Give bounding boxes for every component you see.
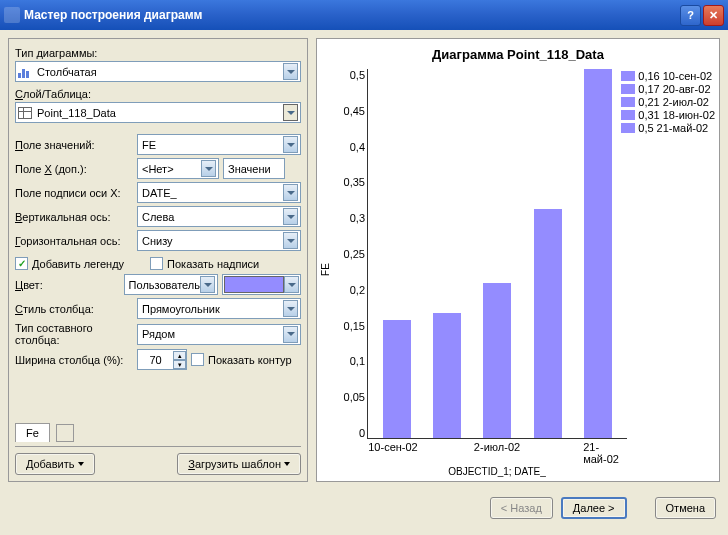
chevron-down-icon — [284, 276, 299, 293]
chart-y-axis: 0,50,450,40,350,30,250,20,150,10,050 — [337, 69, 365, 439]
series-tab[interactable]: Fe — [15, 423, 50, 442]
chevron-down-icon — [283, 104, 298, 121]
chevron-down-icon — [283, 208, 298, 225]
chart-preview: Диаграмма Point_118_Data FE 0,50,450,40,… — [316, 38, 720, 482]
chart-type-combo[interactable]: Столбчатая — [15, 61, 301, 82]
show-outline-checkbox[interactable] — [191, 353, 204, 366]
cancel-button[interactable]: Отмена — [655, 497, 716, 519]
stack-combo[interactable]: Рядом — [137, 324, 301, 345]
xfield-combo[interactable]: <Нет> — [137, 158, 219, 179]
show-outline-label: Показать контур — [208, 354, 292, 366]
left-panel: Тип диаграммы: Столбчатая ССлой/Таблица:… — [8, 38, 308, 482]
chart-bar — [584, 69, 612, 438]
chevron-down-icon — [283, 326, 298, 343]
add-legend-label: Добавить легенду — [32, 258, 124, 270]
chart-bar — [383, 320, 411, 438]
xlabel-field-combo[interactable]: DATE_ — [137, 182, 301, 203]
series-tab-spacer — [56, 424, 74, 442]
add-legend-checkbox[interactable] — [15, 257, 28, 270]
chevron-down-icon — [283, 232, 298, 249]
bar-style-combo[interactable]: Прямоугольник — [137, 298, 301, 319]
table-icon — [18, 107, 32, 119]
color-mode-combo[interactable]: Пользователь — [124, 274, 218, 295]
chart-xlabel: OBJECTID_1; DATE_ — [367, 466, 627, 477]
add-button[interactable]: Добавить — [15, 453, 95, 475]
chart-x-axis: 10-сен-022-июл-0221-май-02 — [367, 441, 627, 459]
close-button[interactable]: ✕ — [703, 5, 724, 26]
color-swatch — [224, 276, 284, 293]
chevron-down-icon — [200, 276, 215, 293]
window-title: Мастер построения диаграмм — [24, 8, 678, 22]
chart-bar — [534, 209, 562, 438]
chart-legend: 0,16 10-сен-020,17 20-авг-020,21 2-июл-0… — [621, 69, 715, 135]
show-labels-checkbox[interactable] — [150, 257, 163, 270]
chart-bar — [483, 283, 511, 438]
app-icon — [4, 7, 20, 23]
show-labels-label: Показать надписи — [167, 258, 259, 270]
back-button[interactable]: < Назад — [490, 497, 553, 519]
chevron-down-icon — [283, 300, 298, 317]
vaxis-combo[interactable]: Слева — [137, 206, 301, 227]
chart-title: Диаграмма Point_118_Data — [317, 47, 719, 62]
chevron-down-icon — [283, 63, 298, 80]
value-field-combo[interactable]: FE — [137, 134, 301, 155]
chevron-down-icon — [201, 160, 216, 177]
chart-ylabel: FE — [320, 263, 331, 276]
width-spinner[interactable]: 70▴▾ — [137, 349, 187, 370]
titlebar: Мастер построения диаграмм ? ✕ — [0, 0, 728, 30]
layer-combo[interactable]: Point_118_Data — [15, 102, 301, 123]
xfield-extra-combo[interactable]: Значени — [223, 158, 285, 179]
chart-plot — [367, 69, 627, 439]
color-picker[interactable] — [222, 274, 301, 295]
next-button[interactable]: Далее > — [561, 497, 627, 519]
wizard-footer: < Назад Далее > Отмена — [0, 490, 728, 526]
layer-value: Point_118_Data — [35, 107, 283, 119]
chart-type-label: Тип диаграммы: — [15, 47, 301, 59]
haxis-combo[interactable]: Снизу — [137, 230, 301, 251]
stack-label: Тип составного столбца: — [15, 322, 133, 346]
chart-type-value: Столбчатая — [35, 66, 283, 78]
chevron-down-icon — [283, 136, 298, 153]
bar-chart-icon — [18, 66, 32, 78]
width-label: Ширина столбца (%): — [15, 354, 133, 366]
chevron-down-icon — [283, 184, 298, 201]
help-button[interactable]: ? — [680, 5, 701, 26]
chart-bar — [433, 313, 461, 438]
load-template-button[interactable]: Загрузить шаблон — [177, 453, 301, 475]
